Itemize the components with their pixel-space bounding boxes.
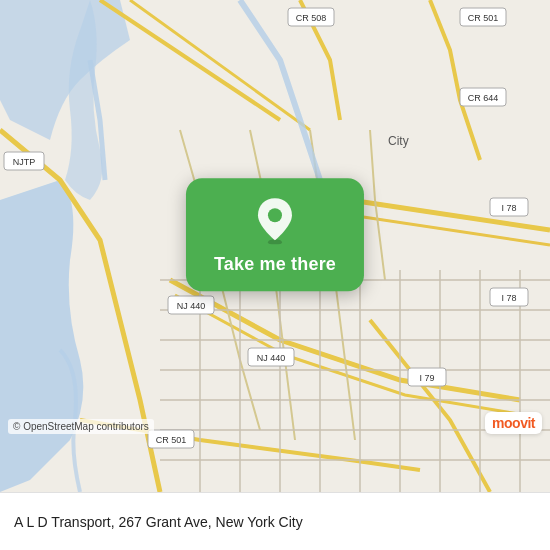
svg-text:NJ 440: NJ 440 [177, 301, 206, 311]
osm-attribution: © OpenStreetMap contributors [8, 419, 154, 434]
bottom-bar: A L D Transport, 267 Grant Ave, New York… [0, 492, 550, 550]
svg-text:NJTP: NJTP [13, 157, 36, 167]
app: CR 508 CR 501 CR 644 NJTP NJ 440 NJ 440 … [0, 0, 550, 550]
take-me-there-card[interactable]: Take me there [186, 178, 364, 291]
svg-text:CR 501: CR 501 [468, 13, 499, 23]
map-container: CR 508 CR 501 CR 644 NJTP NJ 440 NJ 440 … [0, 0, 550, 492]
svg-text:I 79: I 79 [419, 373, 434, 383]
svg-point-39 [268, 208, 282, 222]
svg-text:I 78: I 78 [501, 293, 516, 303]
svg-text:I 78: I 78 [501, 203, 516, 213]
moovit-text: moovit [492, 415, 535, 431]
take-me-there-label: Take me there [214, 254, 336, 275]
map-pin-icon [251, 196, 299, 244]
svg-text:NJ 440: NJ 440 [257, 353, 286, 363]
svg-text:City: City [388, 134, 409, 148]
bottom-bar-address: A L D Transport, 267 Grant Ave, New York… [14, 514, 303, 530]
svg-text:CR 644: CR 644 [468, 93, 499, 103]
svg-text:CR 508: CR 508 [296, 13, 327, 23]
svg-text:CR 501: CR 501 [156, 435, 187, 445]
moovit-logo: moovit [485, 412, 542, 434]
